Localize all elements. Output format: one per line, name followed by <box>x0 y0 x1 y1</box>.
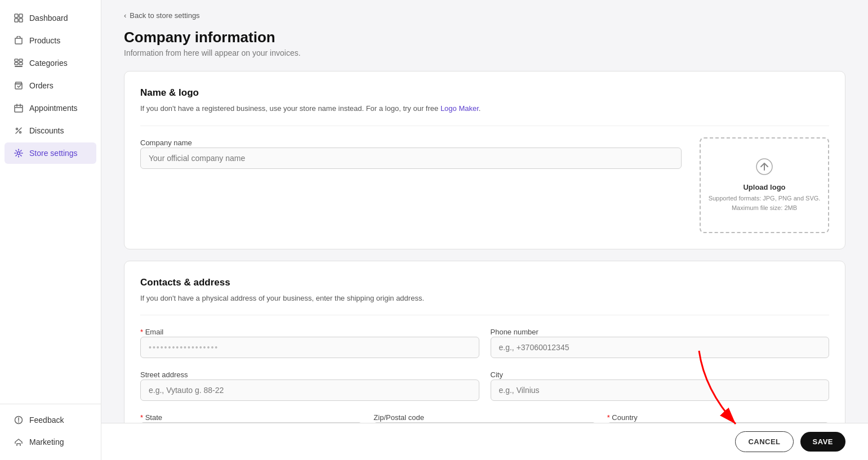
svg-rect-3 <box>19 19 23 22</box>
main-content: ‹ Back to store settings Company informa… <box>101 0 868 460</box>
categories-icon <box>14 58 24 68</box>
sidebar-item-feedback[interactable]: Feedback <box>5 409 96 431</box>
sidebar-item-marketing[interactable]: Marketing <box>5 431 96 453</box>
street-field-group: Street address <box>140 369 479 401</box>
svg-rect-7 <box>19 62 23 65</box>
products-icon <box>14 35 24 46</box>
sidebar-label-dashboard: Dashboard <box>29 14 68 23</box>
svg-rect-6 <box>15 62 18 65</box>
sidebar-label-store-settings: Store settings <box>29 149 78 158</box>
email-field-group: Email <box>140 327 479 358</box>
email-label: Email <box>140 328 163 336</box>
feedback-icon <box>14 415 24 425</box>
cancel-button[interactable]: CANCEL <box>735 431 793 452</box>
sidebar-item-dashboard[interactable]: Dashboard <box>5 7 96 29</box>
back-chevron-icon: ‹ <box>124 11 126 20</box>
sidebar-item-appointments[interactable]: Appointments <box>5 97 96 119</box>
city-label: City <box>491 370 503 379</box>
company-name-input[interactable] <box>140 148 682 169</box>
street-input[interactable] <box>140 379 479 401</box>
svg-rect-1 <box>19 14 23 17</box>
sidebar-item-store-settings[interactable]: Store settings <box>5 142 96 164</box>
phone-input[interactable] <box>491 337 830 358</box>
state-label: State <box>140 413 162 422</box>
name-logo-card: Name & logo If you don't have a register… <box>124 71 845 249</box>
sidebar-label-feedback: Feedback <box>29 416 64 425</box>
city-input[interactable] <box>491 379 830 401</box>
svg-point-11 <box>16 128 18 130</box>
street-city-row: Street address City <box>140 369 829 401</box>
sidebar-item-products[interactable]: Products <box>5 30 96 51</box>
sidebar: Dashboard Products Categories Orders App… <box>0 0 101 460</box>
contacts-title: Contacts & address <box>140 277 829 288</box>
svg-point-12 <box>20 132 21 133</box>
settings-icon <box>14 148 24 158</box>
country-label: Country <box>607 413 638 422</box>
svg-point-13 <box>17 152 20 155</box>
sidebar-item-orders[interactable]: Orders <box>5 75 96 96</box>
back-link[interactable]: ‹ Back to store settings <box>124 11 845 20</box>
email-phone-row: Email Phone number <box>140 327 829 358</box>
logo-maker-link[interactable]: Logo Maker <box>440 104 479 113</box>
sidebar-label-orders: Orders <box>29 81 54 90</box>
marketing-icon <box>14 437 24 447</box>
sidebar-label-discounts: Discounts <box>29 126 64 135</box>
svg-rect-8 <box>15 66 23 67</box>
sidebar-label-products: Products <box>29 36 60 45</box>
page-title: Company information <box>124 29 845 46</box>
logo-upload-box[interactable]: Upload logo Supported formats: JPG, PNG … <box>700 137 829 233</box>
orders-icon <box>14 81 24 91</box>
save-button[interactable]: SAVE <box>800 432 845 452</box>
upload-icon <box>755 158 773 180</box>
company-name-label: Company name <box>140 139 192 147</box>
svg-rect-2 <box>15 19 18 22</box>
upload-hint: Supported formats: JPG, PNG and SVG.Maxi… <box>709 194 821 212</box>
sidebar-label-appointments: Appointments <box>29 104 78 113</box>
sidebar-label-marketing: Marketing <box>29 437 64 446</box>
sidebar-label-categories: Categories <box>29 59 68 68</box>
city-field-group: City <box>491 369 830 401</box>
appointments-icon <box>14 103 24 113</box>
phone-field-group: Phone number <box>491 327 830 358</box>
bottom-action-bar: CANCEL SAVE <box>101 423 868 460</box>
page-subtitle: Information from here will appear on you… <box>124 48 845 57</box>
email-input[interactable] <box>140 337 479 358</box>
upload-label: Upload logo <box>743 183 785 191</box>
svg-rect-10 <box>15 105 23 112</box>
name-logo-title: Name & logo <box>140 87 829 99</box>
svg-rect-5 <box>19 59 23 61</box>
dashboard-icon <box>14 13 24 23</box>
phone-label: Phone number <box>491 328 538 336</box>
contacts-desc: If you don't have a physical address of … <box>140 293 829 304</box>
zip-label: Zip/Postal code <box>373 413 424 422</box>
svg-rect-0 <box>15 14 18 17</box>
discounts-icon <box>14 126 24 136</box>
name-logo-desc: If you don't have a registered business,… <box>140 103 829 114</box>
sidebar-item-discounts[interactable]: Discounts <box>5 120 96 141</box>
sidebar-item-categories[interactable]: Categories <box>5 52 96 74</box>
street-label: Street address <box>140 370 188 379</box>
svg-rect-4 <box>15 59 18 61</box>
